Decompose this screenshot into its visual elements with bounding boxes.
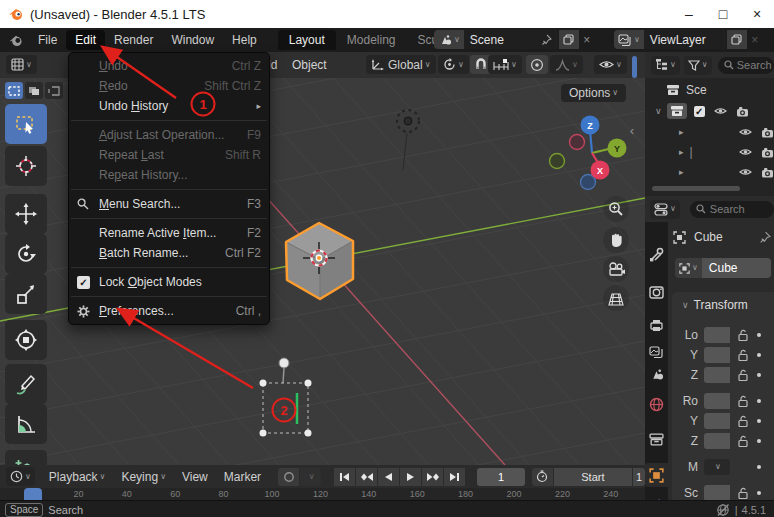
outliner-filter-button[interactable]: ∨ [684,56,712,75]
new-view-layer-button[interactable] [727,30,747,49]
animate-dot-icon[interactable] [757,491,761,495]
falloff-dropdown[interactable]: ∨ [550,55,583,74]
timeline-menu-marker[interactable]: Marker [218,468,267,486]
show-gizmo-dropdown[interactable]: ∨ [594,55,627,74]
editor-type-button[interactable]: ∨ [6,55,37,74]
animate-dot-icon[interactable] [757,419,761,423]
tool-add-cube[interactable] [5,450,47,465]
auto-key-button[interactable] [278,468,299,486]
value-field[interactable] [704,367,730,383]
menu-item-repeat-last[interactable]: Repeat LastShift R [69,145,269,165]
animate-dot-icon[interactable] [757,353,761,357]
jump-to-end-button[interactable] [444,468,465,486]
zoom-button[interactable] [603,196,629,222]
select-extend-mode-button[interactable] [25,82,43,99]
unlock-icon[interactable] [736,487,749,499]
properties-tab-world[interactable] [645,392,668,416]
properties-tab-collection[interactable] [645,427,668,451]
pin-icon[interactable] [541,34,552,46]
scene-selector-icon-button[interactable]: ∨ [434,30,464,49]
pivot-point-dropdown[interactable]: ∨ [438,55,469,74]
unlink-scene-button[interactable]: × [579,33,595,47]
animate-dot-icon[interactable] [757,439,761,443]
unlock-icon[interactable] [736,329,749,341]
next-keyframe-button[interactable] [422,468,443,486]
snap-target-dropdown[interactable]: ∨ [488,55,522,74]
timeline-editor-type-button[interactable]: ∨ [6,467,35,486]
value-field[interactable] [704,413,730,429]
tool-cursor[interactable] [5,146,47,186]
animate-dot-icon[interactable] [757,373,761,377]
chevron-right-icon[interactable]: ▸ [679,127,684,137]
current-frame-field[interactable]: 1 [477,468,525,486]
value-field[interactable] [704,393,730,409]
hide-in-viewport-icon[interactable] [739,147,752,157]
toggle-perspective-button[interactable] [603,285,629,311]
disable-in-renders-icon[interactable] [761,147,774,158]
play-reverse-button[interactable] [378,468,399,486]
scene-name-field[interactable]: Scene [464,30,558,49]
hide-in-viewport-icon[interactable] [739,167,752,177]
properties-tab-output[interactable] [645,313,668,337]
gizmo-neg-z[interactable] [581,175,596,190]
value-field[interactable] [704,327,730,343]
value-field[interactable] [704,433,730,449]
unlock-icon[interactable] [736,415,749,427]
current-frame-marker[interactable] [24,488,42,500]
transform-orientation-dropdown[interactable]: Global ∨ [366,55,436,74]
maximize-button[interactable]: □ [706,1,740,27]
disable-in-renders-icon[interactable] [736,106,749,117]
previous-keyframe-button[interactable] [356,468,377,486]
minimize-button[interactable]: – [672,1,706,27]
value-field[interactable] [704,485,730,500]
tool-scale[interactable] [5,274,47,314]
pan-button[interactable] [603,227,629,253]
menu-item-preferences[interactable]: Preferences...Ctrl , [69,301,269,321]
menu-file[interactable]: File [29,30,66,50]
timeline-menu-keying[interactable]: Keying∨ [115,468,172,486]
properties-tab-tool[interactable] [645,242,668,266]
select-subtract-mode-button[interactable] [45,82,63,99]
camera-view-button[interactable] [603,256,629,282]
sidebar-collapse-icon[interactable]: ‹ [630,124,634,138]
properties-editor-type-button[interactable]: ∨ [650,200,680,219]
menu-item-undo-history[interactable]: Undo History▸ [69,96,269,116]
unlock-icon[interactable] [736,349,749,361]
start-frame-field[interactable]: Start [554,468,632,486]
proportional-editing-button[interactable] [526,55,548,74]
hide-in-viewport-icon[interactable] [739,127,752,137]
tool-measure[interactable] [5,404,47,444]
properties-search-input[interactable]: Search [690,201,774,218]
menu-item-menu-search[interactable]: Menu Search...F3 [69,194,269,214]
object-id-dropdown[interactable]: ∨ [675,258,702,278]
disable-in-renders-icon[interactable] [761,127,774,138]
menu-item-rename-active-item[interactable]: Rename Active Item...F2 [69,223,269,243]
value-field[interactable] [704,347,730,363]
outliner-search-input[interactable]: Search [718,57,774,74]
menu-item-lock-object-modes[interactable]: ✓Lock Object Modes [69,272,269,292]
menu-item-redo[interactable]: RedoShift Ctrl Z [69,76,269,96]
menu-render[interactable]: Render [105,30,162,50]
outliner-row[interactable]: ▸ [645,122,774,142]
close-button[interactable]: × [740,1,774,27]
menu-item-repeat-history[interactable]: Repeat History... [69,165,269,185]
new-scene-button[interactable] [559,30,579,49]
timeline-ruler[interactable]: 20406080100120140160180200220240 [0,488,645,500]
unlock-icon[interactable] [736,435,749,447]
outliner-row[interactable]: ▸| [645,142,774,162]
hide-in-viewport-icon[interactable] [714,106,727,116]
properties-tab-view-layer[interactable] [645,340,668,364]
tool-transform[interactable] [5,320,47,360]
options-button[interactable]: Options ∨ [561,84,626,102]
tool-rotate[interactable] [5,234,47,274]
animate-dot-icon[interactable] [757,465,761,469]
navigation-gizmo[interactable]: Z Y X [545,110,635,200]
menu-item-undo[interactable]: UndoCtrl Z [69,56,269,76]
select-new-mode-button[interactable] [5,82,23,99]
use-preview-range-button[interactable] [532,468,553,486]
rotation-mode-dropdown[interactable]: ∨ [704,459,730,475]
chevron-right-icon[interactable]: ▸ [679,147,684,157]
object-name-input[interactable]: Cube [702,258,771,278]
jump-to-start-button[interactable] [334,468,355,486]
outliner-row[interactable]: Sce [645,80,774,100]
